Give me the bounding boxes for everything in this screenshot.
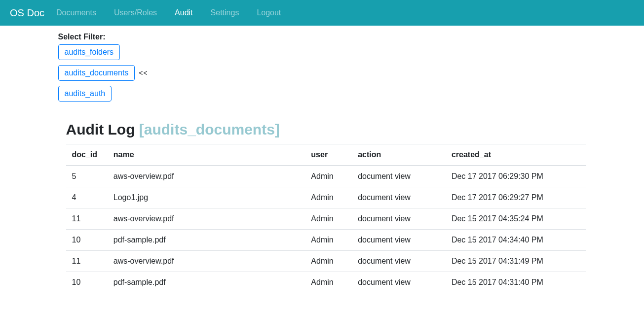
navbar-brand[interactable]: OS Doc bbox=[10, 7, 44, 19]
column-header-action: action bbox=[352, 144, 446, 166]
cell-user: Admin bbox=[305, 208, 352, 230]
table-row: 4Logo1.jpgAdmindocument viewDec 17 2017 … bbox=[66, 187, 586, 208]
cell-action: document view bbox=[352, 208, 446, 230]
audit-log-section: Audit Log [audits_documents] doc_idnameu… bbox=[58, 121, 586, 293]
cell-doc-id: 10 bbox=[66, 272, 108, 293]
nav-link-users-roles[interactable]: Users/Roles bbox=[114, 8, 157, 17]
table-row: 5aws-overview.pdfAdmindocument viewDec 1… bbox=[66, 166, 586, 187]
cell-user: Admin bbox=[305, 230, 352, 251]
column-header-doc-id: doc_id bbox=[66, 144, 108, 166]
table-row: 10pdf-sample.pdfAdmindocument viewDec 15… bbox=[66, 272, 586, 293]
cell-created-at: Dec 15 2017 04:31:49 PM bbox=[446, 251, 586, 272]
cell-doc-id: 5 bbox=[66, 166, 108, 187]
cell-user: Admin bbox=[305, 272, 352, 293]
nav-link-settings[interactable]: Settings bbox=[211, 8, 239, 17]
filter-label: Select Filter: bbox=[58, 33, 586, 41]
cell-name: Logo1.jpg bbox=[108, 187, 305, 208]
audit-log-title-suffix: [audits_documents] bbox=[139, 121, 280, 137]
audit-log-title-prefix: Audit Log bbox=[66, 121, 139, 137]
navbar: OS Doc DocumentsUsers/RolesAuditSettings… bbox=[0, 0, 644, 26]
table-row: 10pdf-sample.pdfAdmindocument viewDec 15… bbox=[66, 230, 586, 251]
cell-doc-id: 4 bbox=[66, 187, 108, 208]
cell-action: document view bbox=[352, 230, 446, 251]
table-row: 11aws-overview.pdfAdmindocument viewDec … bbox=[66, 251, 586, 272]
filter-button-audits-documents[interactable]: audits_documents bbox=[58, 65, 135, 81]
cell-action: document view bbox=[352, 166, 446, 187]
column-header-created-at: created_at bbox=[446, 144, 586, 166]
column-header-name: name bbox=[108, 144, 305, 166]
cell-doc-id: 11 bbox=[66, 251, 108, 272]
cell-created-at: Dec 15 2017 04:34:40 PM bbox=[446, 230, 586, 251]
cell-user: Admin bbox=[305, 251, 352, 272]
cell-name: aws-overview.pdf bbox=[108, 166, 305, 187]
cell-name: aws-overview.pdf bbox=[108, 208, 305, 230]
cell-doc-id: 10 bbox=[66, 230, 108, 251]
cell-created-at: Dec 17 2017 06:29:27 PM bbox=[446, 187, 586, 208]
filter-button-audits-auth[interactable]: audits_auth bbox=[58, 86, 112, 102]
cell-action: document view bbox=[352, 251, 446, 272]
cell-user: Admin bbox=[305, 166, 352, 187]
cell-name: aws-overview.pdf bbox=[108, 251, 305, 272]
nav-link-documents[interactable]: Documents bbox=[56, 8, 96, 17]
audit-log-title: Audit Log [audits_documents] bbox=[66, 121, 586, 138]
table-row: 11aws-overview.pdfAdmindocument viewDec … bbox=[66, 208, 586, 230]
cell-doc-id: 11 bbox=[66, 208, 108, 230]
audit-log-table: doc_idnameuseractioncreated_at 5aws-over… bbox=[66, 144, 586, 293]
filter-button-audits-folders[interactable]: audits_folders bbox=[58, 44, 120, 60]
filter-section: Select Filter: audits_foldersaudits_docu… bbox=[58, 33, 586, 102]
column-header-user: user bbox=[305, 144, 352, 166]
cell-user: Admin bbox=[305, 187, 352, 208]
selected-filter-indicator: << bbox=[139, 69, 148, 77]
cell-created-at: Dec 15 2017 04:35:24 PM bbox=[446, 208, 586, 230]
cell-action: document view bbox=[352, 272, 446, 293]
nav-link-logout[interactable]: Logout bbox=[257, 8, 281, 17]
nav-link-audit[interactable]: Audit bbox=[175, 8, 192, 17]
cell-name: pdf-sample.pdf bbox=[108, 230, 305, 251]
cell-action: document view bbox=[352, 187, 446, 208]
cell-created-at: Dec 17 2017 06:29:30 PM bbox=[446, 166, 586, 187]
cell-created-at: Dec 15 2017 04:31:40 PM bbox=[446, 272, 586, 293]
cell-name: pdf-sample.pdf bbox=[108, 272, 305, 293]
main-container: Select Filter: audits_foldersaudits_docu… bbox=[51, 33, 594, 293]
